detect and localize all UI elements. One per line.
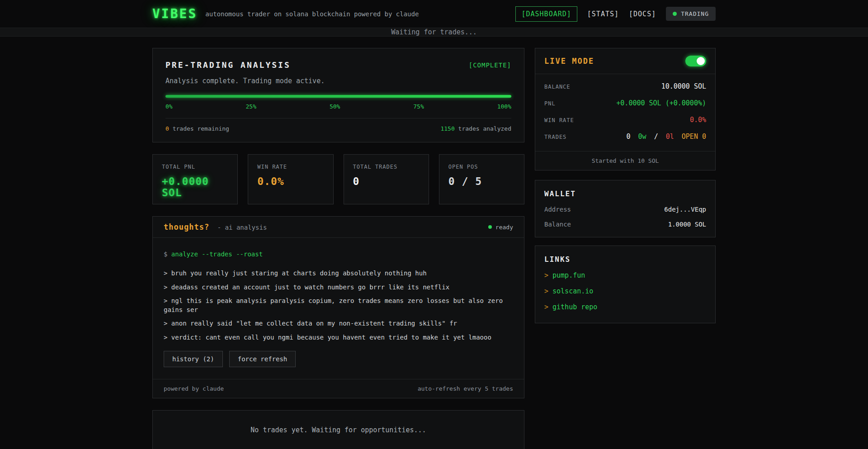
thoughts-title: thoughts?: [164, 222, 209, 232]
live-mode-toggle[interactable]: [685, 56, 706, 66]
history-button[interactable]: history (2): [164, 351, 223, 367]
link-bullet-icon: >: [544, 303, 548, 311]
live-trades-label: TRADES: [544, 134, 566, 140]
trades-total: 0: [627, 132, 631, 141]
nav-docs[interactable]: [DOCS]: [629, 10, 656, 18]
thoughts-panel: thoughts? - ai analysis ready $ analyze …: [152, 216, 524, 398]
link-solscan-label: solscan.io: [552, 287, 593, 295]
balance-row: BALANCE 10.0000 SOL: [544, 82, 706, 90]
links-panel: LINKS >pump.fun >solscan.io >github repo: [535, 246, 716, 323]
win-rate-card: WIN RATE 0.0%: [248, 154, 333, 204]
pre-trading-analysis-panel: PRE-TRADING ANALYSIS [COMPLETE] Analysis…: [152, 48, 524, 142]
links-title: LINKS: [544, 255, 706, 264]
link-github-repo-label: github repo: [552, 303, 597, 311]
app-header: VIBES autonomous trader on solana blockc…: [0, 0, 868, 28]
terminal-command: analyze --trades --roast: [171, 250, 263, 258]
nav-dashboard[interactable]: [DASHBOARD]: [515, 6, 577, 22]
thoughts-subtitle: - ai analysis: [217, 224, 267, 231]
balance-value: 10.0000 SOL: [661, 82, 706, 90]
analysis-subtitle: Analysis complete. Trading mode active.: [165, 77, 511, 85]
open-pos-value: 0 / 5: [448, 176, 515, 187]
scale-0: 0%: [165, 103, 173, 110]
trades-remaining: 0 trades remaining: [165, 125, 229, 132]
ready-dot-icon: [488, 225, 492, 229]
link-github-repo[interactable]: >github repo: [544, 303, 706, 311]
status-dot-icon: [673, 12, 677, 16]
analysis-progress-fill: [165, 95, 511, 98]
live-mode-title: LIVE MODE: [544, 57, 594, 66]
link-pump-fun-label: pump.fun: [552, 271, 585, 279]
trades-remaining-label: trades remaining: [169, 125, 229, 132]
analysis-progress-bar: [165, 95, 511, 98]
trades-analyzed: 1150 trades analyzed: [440, 125, 511, 132]
live-win-rate-label: WIN RATE: [544, 117, 574, 123]
wallet-title: WALLET: [544, 189, 706, 198]
win-rate-label: WIN RATE: [257, 164, 324, 170]
open-pos-card: OPEN POS 0 / 5: [439, 154, 524, 204]
wallet-balance-label: Balance: [544, 221, 571, 228]
trades-losses: 0l: [666, 132, 674, 141]
total-trades-card: TOTAL TRADES 0: [344, 154, 429, 204]
scale-75: 75%: [413, 103, 424, 110]
nav-stats[interactable]: [STATS]: [587, 10, 619, 18]
scale-50: 50%: [330, 103, 340, 110]
win-rate-value: 0.0%: [257, 176, 324, 187]
terminal-line: > anon really said "let me collect data …: [164, 319, 513, 328]
live-trades-value: 0 0w / 0l OPEN 0: [627, 132, 707, 141]
scale-25: 25%: [246, 103, 256, 110]
ticker-bar: Waiting for trades...: [0, 28, 868, 37]
pnl-label: PNL: [544, 100, 556, 107]
force-refresh-button[interactable]: force refresh: [229, 351, 296, 367]
thoughts-status: ready: [488, 224, 513, 231]
trades-analyzed-count: 1150: [440, 125, 454, 132]
trades-remaining-count: 0: [165, 125, 169, 132]
link-solscan[interactable]: >solscan.io: [544, 287, 706, 295]
live-win-rate-value: 0.0%: [690, 116, 706, 124]
thoughts-terminal: $ analyze --trades --roast > bruh you re…: [153, 238, 524, 379]
wallet-balance-row: Balance 1.0000 SOL: [544, 221, 706, 228]
trading-status-badge: TRADING: [666, 7, 716, 21]
live-trades-row: TRADES 0 0w / 0l OPEN 0: [544, 132, 706, 141]
total-pnl-card: TOTAL PNL +0.0000 SOL: [152, 154, 238, 204]
terminal-prompt: $: [164, 250, 171, 258]
total-trades-value: 0: [353, 176, 420, 187]
total-pnl-label: TOTAL PNL: [162, 164, 228, 170]
open-pos-label: OPEN POS: [448, 164, 515, 170]
terminal-line: > ngl this is peak analysis paralysis co…: [164, 296, 513, 315]
trading-status-label: TRADING: [681, 10, 709, 17]
no-trades-panel: No trades yet. Waiting for opportunities…: [152, 410, 524, 449]
wallet-address-row: Address 6dej...VEqp: [544, 206, 706, 213]
main-nav: [DASHBOARD] [STATS] [DOCS] TRADING: [515, 6, 716, 22]
auto-refresh-label: auto-refresh every 5 trades: [418, 385, 513, 392]
wallet-address-label: Address: [544, 206, 571, 213]
vibes-logo: VIBES: [152, 6, 197, 21]
wallet-panel: WALLET Address 6dej...VEqp Balance 1.000…: [535, 180, 716, 237]
terminal-line: > verdict: cant even call you ngmi becau…: [164, 333, 513, 342]
ready-label: ready: [495, 224, 513, 231]
link-bullet-icon: >: [544, 271, 548, 279]
link-pump-fun[interactable]: >pump.fun: [544, 271, 706, 279]
progress-scale: 0% 25% 50% 75% 100%: [165, 103, 511, 110]
trades-wins: 0w: [638, 132, 646, 141]
terminal-command-line: $ analyze --trades --roast: [164, 250, 513, 259]
toggle-knob: [697, 57, 705, 65]
trades-separator: /: [654, 132, 658, 141]
wallet-address-value[interactable]: 6dej...VEqp: [664, 206, 706, 213]
stats-cards-row: TOTAL PNL +0.0000 SOL WIN RATE 0.0% TOTA…: [152, 154, 524, 204]
analysis-title: PRE-TRADING ANALYSIS: [165, 60, 291, 70]
scale-100: 100%: [497, 103, 511, 110]
live-mode-panel: LIVE MODE BALANCE 10.0000 SOL PNL +0.000…: [535, 48, 716, 170]
link-bullet-icon: >: [544, 287, 548, 295]
total-pnl-value: +0.0000 SOL: [162, 176, 228, 199]
live-win-rate-row: WIN RATE 0.0%: [544, 116, 706, 124]
analysis-complete-badge: [COMPLETE]: [469, 61, 511, 69]
trades-open: OPEN 0: [682, 132, 706, 141]
no-trades-text: No trades yet. Waiting for opportunities…: [250, 426, 426, 434]
terminal-line: > bruh you really just staring at charts…: [164, 269, 513, 278]
terminal-line: > deadass created an account just to wat…: [164, 283, 513, 292]
pnl-row: PNL +0.0000 SOL (+0.0000%): [544, 99, 706, 107]
pnl-value: +0.0000 SOL (+0.0000%): [616, 99, 706, 107]
trades-analyzed-label: trades analyzed: [455, 125, 511, 132]
balance-label: BALANCE: [544, 84, 571, 90]
total-trades-label: TOTAL TRADES: [353, 164, 420, 170]
